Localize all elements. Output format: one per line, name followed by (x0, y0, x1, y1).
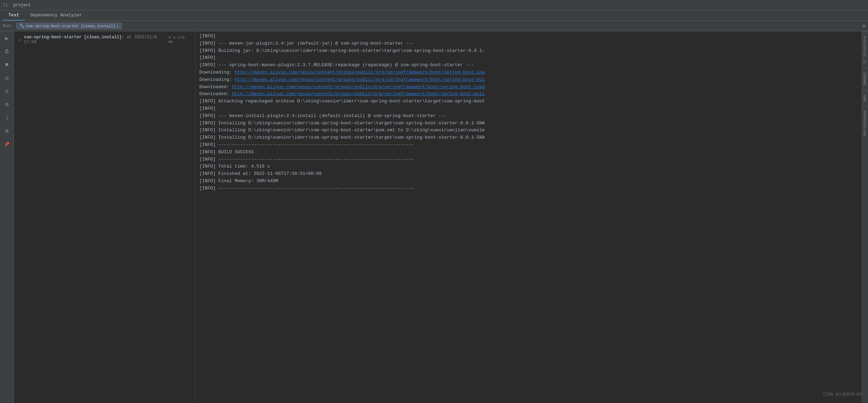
tabs-row: Text Dependency Analyzer (0, 10, 868, 21)
run-tab-close-icon[interactable]: ✕ (117, 24, 119, 28)
persistence-panel[interactable]: Persistence (862, 106, 868, 140)
z-structure-panel[interactable]: Z: Structure (862, 31, 868, 68)
run-tab-label: ssm-spring-boot-starter [clean,install] (26, 24, 115, 28)
console-link[interactable]: http://maven.aliyun.com/nexus/content/gr… (235, 70, 485, 75)
console-line: [INFO] Finished at: 2022-11-06T17:50:51+… (199, 170, 858, 178)
console-link[interactable]: http://maven.aliyun.com/nexus/content/gr… (232, 84, 485, 90)
console-output[interactable]: [INFO][INFO] --- maven-jar-plugin:2.4:ja… (195, 31, 862, 403)
console-line: [INFO] Total time: 4.516 s (199, 163, 858, 170)
console-line: [INFO] ---------------------------------… (199, 156, 858, 163)
play-button[interactable]: ▶ (2, 33, 12, 43)
console-line: [INFO] Installing D:\zking\xuexinr\iderr… (199, 120, 858, 127)
jrebel-panel[interactable]: JRebel (862, 68, 868, 90)
run-bar: Run: 🔧 ssm-spring-boot-starter [clean,in… (0, 21, 868, 31)
eye-button[interactable]: ◎ (2, 73, 12, 83)
console-link[interactable]: http://maven.aliyun.com/nexus/content/gr… (235, 77, 485, 82)
console-line: [INFO] Installing D:\zking\xuexinr\iderr… (199, 127, 858, 134)
console-line: [INFO] BUILD SUCCESS (199, 149, 858, 156)
run-label: Run: (3, 24, 13, 29)
console-line: Downloading: http://maven.aliyun.com/nex… (199, 69, 858, 76)
run-item[interactable]: ✓ ssm-spring-boot-starter [clean,install… (14, 33, 195, 47)
left-sidebar: ▶ ■ ◎ ⊙ ⚙ ⤵ ⊞ 📌 (0, 31, 14, 403)
pin-button[interactable]: 📌 (2, 139, 12, 149)
layout-button[interactable]: ⊞ (2, 126, 12, 136)
console-line: [INFO] --- maven-install-plugin:2.4:inst… (199, 113, 858, 120)
gear-button[interactable]: ⚙ (2, 100, 12, 109)
camera-button[interactable]: ⊙ (2, 86, 12, 96)
console-line: [INFO] (199, 33, 858, 40)
console-line: [INFO] Final Memory: 30M/448M (199, 178, 858, 185)
run-item-duration: 5 s 170 ms (169, 36, 191, 44)
console-line: [INFO] ---------------------------------… (199, 185, 858, 192)
import-button[interactable]: ⤵ (2, 113, 12, 123)
console-line: [INFO] --- maven-jar-plugin:2.4:jar (def… (199, 40, 858, 47)
tab-text[interactable]: Text (3, 10, 25, 21)
run-item-success-icon: ✓ (18, 37, 21, 43)
run-item-name: ssm-spring-boot-starter [clean,install]:… (24, 35, 166, 45)
console-line: [INFO] Attaching repackaged archive D:\z… (199, 98, 858, 105)
settings-icon[interactable]: ⚙ (862, 23, 865, 29)
console-line: [INFO] (199, 105, 858, 113)
project-label: project (13, 3, 31, 8)
watermark: CSDN @小谢同学189 (823, 392, 862, 397)
console-line: [INFO] Building jar: D:\zking\xuexinr\id… (199, 47, 858, 55)
stop-button[interactable]: ■ (2, 60, 12, 70)
console-line: Downloaded: http://maven.aliyun.com/nexu… (199, 84, 858, 91)
console-line: [INFO] (199, 54, 858, 62)
run-tab[interactable]: 🔧 ssm-spring-boot-starter [clean,install… (16, 23, 122, 29)
top-bar: 11 project (0, 0, 868, 10)
console-line: [INFO] ---------------------------------… (199, 141, 858, 149)
line-number: 11 (3, 3, 8, 8)
tab-dependency-analyzer[interactable]: Dependency Analyzer (25, 10, 87, 21)
web-panel[interactable]: Web (862, 90, 868, 106)
console-line: Downloaded: http://maven.aliyun.com/nexu… (199, 91, 858, 98)
rerun-button[interactable] (2, 47, 12, 56)
run-icon: 🔧 (20, 24, 24, 28)
main-area: ▶ ■ ◎ ⊙ ⚙ ⤵ ⊞ 📌 ✓ ssm-spring-boot-starte… (0, 31, 868, 403)
console-line: [INFO] Installing D:\zking\xuexinr\iderr… (199, 134, 858, 141)
run-list-panel: ✓ ssm-spring-boot-starter [clean,install… (14, 31, 195, 403)
console-link[interactable]: http://maven.aliyun.com/nexus/content/gr… (232, 91, 485, 96)
console-line: Downloading: http://maven.aliyun.com/nex… (199, 76, 858, 84)
right-panels: Z: Structure JRebel Web Persistence (862, 31, 868, 403)
console-line: [INFO] --- spring-boot-maven-plugin:2.3.… (199, 62, 858, 69)
